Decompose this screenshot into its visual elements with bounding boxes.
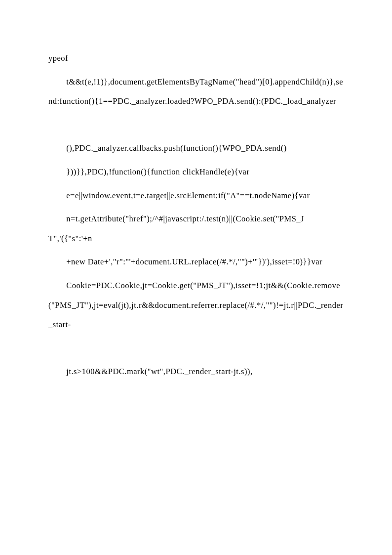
code-line: ypeof <box>48 48 344 68</box>
code-line: e=e||window.event,t=e.target||e.srcEleme… <box>48 186 344 206</box>
code-text: ypeof <box>48 53 68 63</box>
code-line: n=t.getAttribute("href");/^#|javascript:… <box>48 209 344 248</box>
code-text: +new Date+',"r":"'+document.URL.replace(… <box>66 257 322 266</box>
code-text: t&&t(e,!1)},document.getElementsByTagNam… <box>48 77 343 106</box>
code-text: n=t.getAttribute("href");/^#|javascript:… <box>48 214 304 243</box>
code-text: e=e||window.event,t=e.target||e.srcEleme… <box>66 191 310 200</box>
code-line <box>48 115 344 135</box>
code-line: Cookie=PDC.Cookie,jt=Cookie.get("PMS_JT"… <box>48 276 344 335</box>
code-text: Cookie=PDC.Cookie,jt=Cookie.get("PMS_JT"… <box>48 281 343 329</box>
code-line <box>48 339 344 358</box>
code-line: (),PDC._analyzer.callbacks.push(function… <box>48 138 344 158</box>
code-line: }))}},PDC),!function(){function clickHan… <box>48 162 344 182</box>
code-text-document: ypeoft&&t(e,!1)},document.getElementsByT… <box>48 48 344 382</box>
code-text: (),PDC._analyzer.callbacks.push(function… <box>66 143 287 153</box>
code-line: +new Date+',"r":"'+document.URL.replace(… <box>48 252 344 272</box>
code-text: }))}},PDC),!function(){function clickHan… <box>66 167 249 176</box>
code-line: t&&t(e,!1)},document.getElementsByTagNam… <box>48 72 344 111</box>
code-text: jt.s>100&&PDC.mark("wt",PDC._render_star… <box>66 367 252 376</box>
code-line: jt.s>100&&PDC.mark("wt",PDC._render_star… <box>48 362 344 382</box>
